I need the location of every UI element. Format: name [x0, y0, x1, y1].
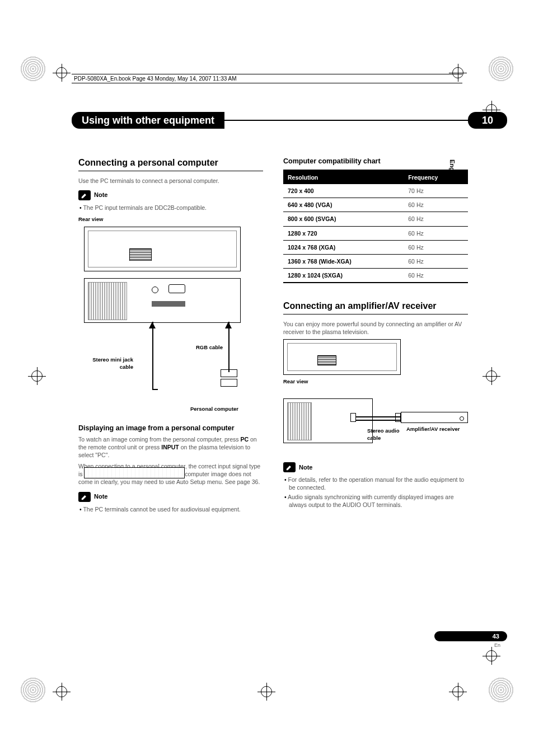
compatibility-table: Resolution Frequency 720 x 40070 Hz 640 …: [283, 170, 468, 283]
note-text: The PC terminals cannot be used for audi…: [78, 505, 263, 513]
subheading-display-pc: Displaying an image from a personal comp…: [78, 424, 263, 433]
page-lang: En: [494, 642, 500, 648]
note-text: For details, refer to the operation manu…: [283, 476, 468, 491]
note-badge: Note: [283, 462, 312, 472]
personal-computer-label: Personal computer: [190, 406, 238, 413]
note-badge: Note: [78, 190, 107, 200]
rgb-cable-label: RGB cable: [196, 344, 223, 351]
amplifier-box: [401, 412, 468, 423]
pencil-icon: [78, 492, 91, 502]
registration-mark-icon: [257, 683, 275, 701]
note-badge: Note: [78, 492, 107, 502]
page-number-pill: 43: [434, 631, 507, 641]
print-swirl-icon: [20, 677, 46, 703]
print-swirl-icon: [488, 677, 514, 703]
pencil-icon: [78, 190, 91, 200]
table-row: 1024 x 768 (XGA)60 Hz: [283, 240, 468, 254]
table-row: 800 x 600 (SVGA)60 Hz: [283, 212, 468, 226]
stereo-cable-label: Stereo mini jack cable: [88, 356, 133, 371]
note-text: Audio signals synchronizing with current…: [283, 493, 468, 509]
note-label: Note: [94, 191, 107, 199]
print-swirl-icon: [488, 56, 514, 82]
chapter-number: 10: [468, 112, 507, 129]
left-column: Connecting a personal computer Use the P…: [78, 157, 263, 514]
stereo-audio-cable-label: Stereo audio cable: [367, 428, 401, 442]
note-text: The PC input terminals are DDC2B-compati…: [78, 204, 263, 212]
section-heading-pc: Connecting a personal computer: [78, 157, 263, 171]
note-label: Note: [299, 463, 312, 472]
rear-view-caption: Rear view: [283, 378, 308, 386]
pc-intro: Use the PC terminals to connect a person…: [78, 177, 263, 185]
compat-chart-heading: Computer compatibility chart: [283, 157, 468, 166]
registration-mark-icon: [483, 367, 500, 385]
rear-view-caption: Rear view: [78, 216, 263, 223]
print-swirl-icon: [20, 56, 46, 82]
amp-connection-diagram: Rear view Stereo audio cable Amplifier/A…: [283, 339, 468, 457]
table-row: 1280 x 1024 (SXGA)60 Hz: [283, 269, 468, 283]
chapter-title: Using with other equipment: [72, 112, 224, 129]
pc-connection-diagram: Stereo mini jack cable RGB cable Persona…: [78, 227, 246, 417]
pencil-icon: [283, 462, 296, 472]
th-frequency: Frequency: [404, 170, 468, 184]
display-pc-body1: To watch an image coming from the person…: [78, 435, 263, 459]
th-resolution: Resolution: [283, 170, 404, 184]
registration-mark-icon: [53, 683, 71, 701]
note-label: Note: [94, 492, 107, 501]
amp-intro: You can enjoy more powerful sound by con…: [283, 320, 468, 336]
table-row: 1280 x 72060 Hz: [283, 226, 468, 240]
right-column: Computer compatibility chart Resolution …: [283, 157, 468, 514]
chapter-bar: Using with other equipment 10: [72, 112, 507, 129]
amplifier-label: Amplifier/AV receiver: [406, 426, 460, 433]
registration-mark-icon: [483, 647, 500, 665]
table-row: 720 x 40070 Hz: [283, 184, 468, 198]
section-heading-amp: Connecting an amplifier/AV receiver: [283, 300, 468, 314]
registration-mark-icon: [28, 367, 46, 385]
registration-mark-icon: [53, 64, 71, 82]
running-header: PDP-5080XA_En.book Page 43 Monday, May 1…: [72, 74, 462, 83]
table-row: 640 x 480 (VGA)60 Hz: [283, 198, 468, 212]
registration-mark-icon: [449, 683, 467, 701]
table-row: 1360 x 768 (Wide-XGA)60 Hz: [283, 254, 468, 268]
